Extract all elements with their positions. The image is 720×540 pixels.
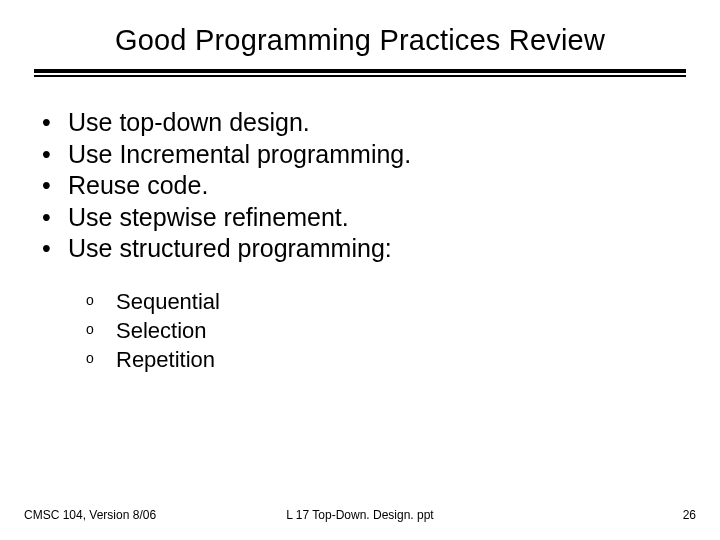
list-item: • Use structured programming:: [42, 233, 686, 265]
bullet-icon: •: [42, 202, 68, 234]
bullet-icon: •: [42, 139, 68, 171]
bullet-icon: •: [42, 170, 68, 202]
list-item: • Use Incremental programming.: [42, 139, 686, 171]
list-item: • Use stepwise refinement.: [42, 202, 686, 234]
sub-list: o Sequential o Selection o Repetition: [34, 287, 686, 374]
list-item: • Reuse code.: [42, 170, 686, 202]
list-item-text: Use Incremental programming.: [68, 139, 411, 171]
sub-bullet-icon: o: [86, 287, 116, 309]
footer-right: 26: [683, 508, 696, 522]
list-item-text: Use structured programming:: [68, 233, 392, 265]
slide-title: Good Programming Practices Review: [34, 24, 686, 57]
sub-list-item: o Selection: [86, 316, 686, 345]
list-item-text: Use stepwise refinement.: [68, 202, 349, 234]
bullet-icon: •: [42, 233, 68, 265]
list-item-text: Reuse code.: [68, 170, 208, 202]
slide: Good Programming Practices Review • Use …: [0, 0, 720, 540]
rule-thin: [34, 75, 686, 77]
rule-thick: [34, 69, 686, 73]
sub-bullet-icon: o: [86, 316, 116, 338]
sub-list-item: o Repetition: [86, 345, 686, 374]
sub-list-item: o Sequential: [86, 287, 686, 316]
sub-bullet-icon: o: [86, 345, 116, 367]
sub-list-item-text: Selection: [116, 316, 207, 345]
list-item-text: Use top-down design.: [68, 107, 310, 139]
list-item: • Use top-down design.: [42, 107, 686, 139]
sub-list-item-text: Repetition: [116, 345, 215, 374]
title-rule: [34, 69, 686, 77]
footer: CMSC 104, Version 8/06 L 17 Top-Down. De…: [0, 508, 720, 522]
bullet-icon: •: [42, 107, 68, 139]
footer-left: CMSC 104, Version 8/06: [24, 508, 156, 522]
sub-list-item-text: Sequential: [116, 287, 220, 316]
main-list: • Use top-down design. • Use Incremental…: [34, 107, 686, 265]
